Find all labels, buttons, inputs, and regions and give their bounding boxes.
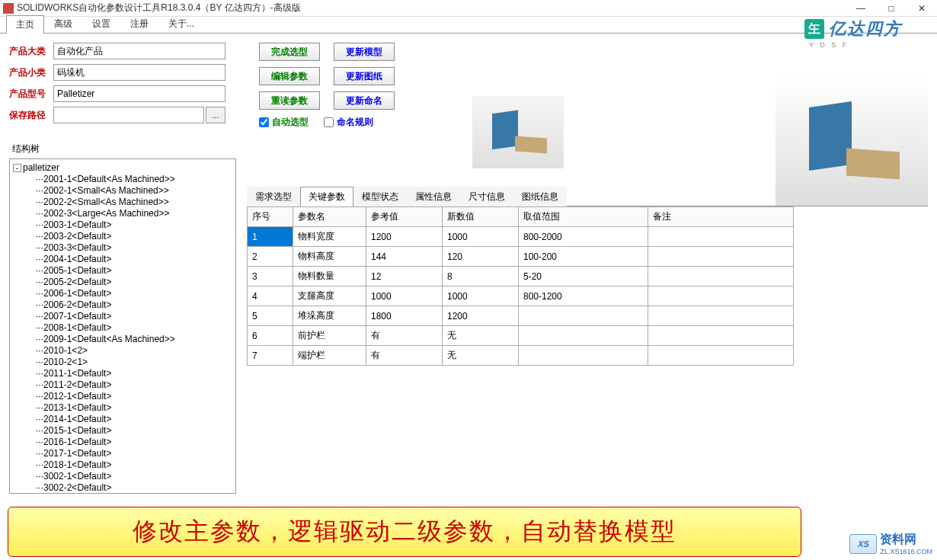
table-cell-name[interactable]: 支腿高度 <box>293 286 366 306</box>
tree-toggle-icon[interactable]: - <box>13 164 21 172</box>
table-cell-note[interactable] <box>648 286 794 306</box>
tree-node[interactable]: ···2005-1<Default> <box>13 265 232 277</box>
menu-item-3[interactable]: 注册 <box>120 14 158 33</box>
table-cell-new[interactable]: 1000 <box>443 286 519 306</box>
table-cell-range[interactable] <box>519 326 648 346</box>
tree-node[interactable]: ···2010-1<2> <box>13 345 232 357</box>
tree-node[interactable]: ···2001-1<Default<As Machined>> <box>13 174 232 185</box>
table-cell-new[interactable]: 120 <box>443 247 519 267</box>
table-cell-name[interactable]: 堆垛高度 <box>293 306 366 326</box>
table-cell-ref[interactable]: 12 <box>366 267 443 286</box>
naming-rule-checkbox-wrap[interactable]: 命名规则 <box>324 116 373 129</box>
table-cell-ref[interactable]: 1800 <box>366 306 443 326</box>
table-header-note[interactable]: 备注 <box>648 207 794 227</box>
table-row[interactable]: 7端护栏有无 <box>248 346 794 366</box>
tab-2[interactable]: 模型状态 <box>353 187 407 206</box>
tree-node[interactable]: ···3002-1<Default> <box>13 471 232 482</box>
table-row[interactable]: 6前护栏有无 <box>248 326 794 346</box>
menu-item-4[interactable]: 关于... <box>158 14 204 33</box>
naming-rule-checkbox[interactable] <box>324 117 334 127</box>
table-cell-range[interactable] <box>519 346 648 366</box>
table-cell-name[interactable]: 物料数量 <box>293 267 366 286</box>
table-header-new[interactable]: 新数值 <box>443 207 519 227</box>
browse-button[interactable]: ... <box>206 107 225 123</box>
tree-node[interactable]: ···2002-2<Small<As Machined>> <box>13 197 232 208</box>
table-cell-idx[interactable]: 5 <box>248 306 293 326</box>
table-cell-new[interactable]: 1000 <box>443 227 519 247</box>
table-cell-range[interactable] <box>519 306 648 326</box>
table-row[interactable]: 2物料高度144120100-200 <box>248 247 794 267</box>
table-cell-note[interactable] <box>648 306 794 326</box>
table-cell-idx[interactable]: 6 <box>248 326 293 346</box>
table-cell-name[interactable]: 物料高度 <box>293 247 366 267</box>
tree-node[interactable]: ···2011-2<Default> <box>13 379 232 391</box>
close-button[interactable]: ✕ <box>907 0 937 17</box>
tree-node[interactable]: ···3002-2<Default> <box>13 482 232 494</box>
table-cell-ref[interactable]: 1000 <box>366 286 443 306</box>
table-cell-note[interactable] <box>648 326 794 346</box>
menu-item-1[interactable]: 高级 <box>44 14 82 33</box>
table-cell-idx[interactable]: 4 <box>248 286 293 306</box>
tree-node[interactable]: ···2010-2<1> <box>13 357 232 368</box>
tree-node[interactable]: ···2015-1<Default> <box>13 425 232 437</box>
tree-node[interactable]: ···2013-1<Default> <box>13 402 232 414</box>
table-header-ref[interactable]: 参考值 <box>366 207 443 227</box>
table-cell-note[interactable] <box>648 346 794 366</box>
update-model-button[interactable]: 更新模型 <box>334 43 395 61</box>
tree-node[interactable]: ···2018-1<Default> <box>13 459 232 471</box>
table-cell-note[interactable] <box>648 267 794 286</box>
edit-params-button[interactable]: 编辑参数 <box>259 67 320 85</box>
table-cell-name[interactable]: 前护栏 <box>293 326 366 346</box>
table-cell-idx[interactable]: 1 <box>248 227 293 247</box>
tree-node[interactable]: ···2011-1<Default> <box>13 368 232 379</box>
select-subcategory[interactable]: 码垛机 <box>53 64 225 81</box>
tree-node[interactable]: ···2003-1<Default> <box>13 219 232 231</box>
table-row[interactable]: 1物料宽度12001000800-2000 <box>248 227 794 247</box>
table-cell-note[interactable] <box>648 247 794 267</box>
table-cell-new[interactable]: 1200 <box>443 306 519 326</box>
tree-node[interactable]: ···2005-2<Default> <box>13 277 232 288</box>
table-header-range[interactable]: 取值范围 <box>519 207 648 227</box>
table-cell-idx[interactable]: 2 <box>248 247 293 267</box>
tree-node[interactable]: ···2003-2<Default> <box>13 231 232 242</box>
select-category[interactable]: 自动化产品 <box>53 43 225 59</box>
table-cell-range[interactable]: 800-1200 <box>519 286 648 306</box>
tree-node[interactable]: ···2007-1<Default> <box>13 311 232 322</box>
complete-selection-button[interactable]: 完成选型 <box>259 43 320 61</box>
table-cell-range[interactable]: 100-200 <box>519 247 648 267</box>
menu-item-2[interactable]: 设置 <box>82 14 120 33</box>
structure-tree[interactable]: -palletizer···2001-1<Default<As Machined… <box>9 158 236 494</box>
tree-node[interactable]: ···2002-3<Large<As Machined>> <box>13 208 232 219</box>
tab-4[interactable]: 尺寸信息 <box>460 187 513 206</box>
table-header-idx[interactable]: 序号 <box>248 207 293 227</box>
reload-params-button[interactable]: 重读参数 <box>259 91 320 110</box>
tree-node[interactable]: ···2014-1<Default> <box>13 414 232 425</box>
table-cell-idx[interactable]: 3 <box>248 267 293 286</box>
select-model[interactable]: Palletizer <box>53 85 225 102</box>
update-drawing-button[interactable]: 更新图纸 <box>334 67 395 85</box>
update-naming-button[interactable]: 更新命名 <box>334 91 395 110</box>
table-cell-ref[interactable]: 144 <box>366 247 443 267</box>
table-row[interactable]: 4支腿高度10001000800-1200 <box>248 286 794 306</box>
tree-node[interactable]: ···2003-3<Default> <box>13 242 232 254</box>
tab-5[interactable]: 图纸信息 <box>513 187 567 206</box>
table-cell-ref[interactable]: 有 <box>366 346 443 366</box>
tab-0[interactable]: 需求选型 <box>247 187 300 206</box>
menu-item-0[interactable]: 主页 <box>6 15 44 34</box>
maximize-button[interactable]: □ <box>876 0 907 17</box>
minimize-button[interactable]: — <box>846 0 876 17</box>
table-cell-range[interactable]: 800-2000 <box>519 227 648 247</box>
table-cell-idx[interactable]: 7 <box>248 346 293 366</box>
tree-node[interactable]: ···2012-1<Default> <box>13 391 232 402</box>
table-row[interactable]: 5堆垛高度18001200 <box>248 306 794 326</box>
tree-node[interactable]: ···2008-1<Default> <box>13 322 232 334</box>
table-header-name[interactable]: 参数名 <box>293 207 366 227</box>
tree-root-node[interactable]: -palletizer <box>13 162 232 174</box>
table-cell-range[interactable]: 5-20 <box>519 267 648 286</box>
tree-node[interactable]: ···2006-1<Default> <box>13 288 232 299</box>
tree-node[interactable]: ···2002-1<Small<As Machined>> <box>13 185 232 197</box>
auto-select-checkbox-wrap[interactable]: 自动选型 <box>259 116 309 129</box>
table-cell-new[interactable]: 无 <box>443 326 519 346</box>
table-cell-ref[interactable]: 1200 <box>366 227 443 247</box>
table-cell-ref[interactable]: 有 <box>366 326 443 346</box>
